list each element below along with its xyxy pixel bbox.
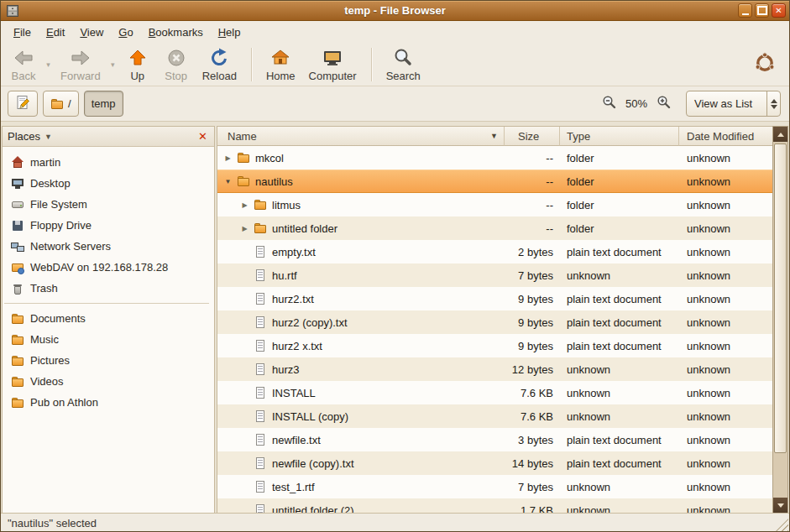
view-mode-label: View as List — [687, 91, 766, 116]
table-row[interactable]: hurz2.txt 9 bytes plain text document un… — [217, 287, 772, 310]
file-date-modified: unknown — [679, 199, 772, 211]
sidebar-place-item[interactable]: Videos — [3, 371, 214, 392]
sidebar-place-item[interactable]: Floppy Drive — [3, 215, 214, 236]
table-row[interactable]: newfile (copy).txt 14 bytes plain text d… — [217, 451, 772, 475]
back-history-dropdown-icon: ▾ — [43, 44, 54, 84]
toolbar-separator — [371, 48, 372, 81]
scrollbar-thumb[interactable] — [774, 143, 787, 453]
sidebar-place-item[interactable]: martin — [3, 152, 214, 173]
toggle-location-entry-button[interactable] — [8, 91, 38, 117]
place-label: Music — [30, 333, 59, 346]
place-label: Desktop — [30, 177, 71, 190]
place-label: Documents — [30, 312, 86, 325]
place-icon — [11, 312, 24, 326]
table-row[interactable]: test_1.rtf 7 bytes unknown unknown — [217, 475, 772, 498]
places-list: martin Desktop File System Flopp — [3, 147, 214, 413]
expander-icon[interactable] — [239, 201, 250, 209]
places-close-button[interactable]: ✕ — [196, 130, 209, 143]
sidebar-place-item[interactable]: Desktop — [3, 173, 214, 194]
sidebar-place-item[interactable]: Trash — [3, 278, 214, 299]
table-row[interactable]: hu.rtf 7 bytes unknown unknown — [217, 263, 772, 287]
file-icon — [254, 292, 267, 305]
places-selector[interactable]: Places ▼ — [8, 130, 196, 143]
search-button[interactable]: Search — [379, 45, 427, 84]
column-header-type[interactable]: Type — [560, 127, 679, 146]
file-type: unknown — [560, 504, 679, 514]
sidebar-place-item[interactable]: Pub on Athlon — [3, 392, 214, 413]
menu-file[interactable]: File — [6, 23, 39, 42]
table-row[interactable]: nautilus -- folder unknown — [217, 170, 772, 193]
menu-edit[interactable]: Edit — [39, 23, 72, 42]
file-date-modified: unknown — [679, 316, 772, 329]
vertical-scrollbar[interactable] — [772, 126, 788, 513]
table-row[interactable]: litmus -- folder unknown — [217, 193, 772, 216]
table-row[interactable]: INSTALL 7.6 KB unknown unknown — [217, 381, 772, 404]
file-icon — [237, 175, 250, 188]
up-arrow-icon — [127, 47, 149, 69]
close-button[interactable] — [772, 3, 786, 18]
file-type: plain text document — [560, 293, 679, 305]
menu-go[interactable]: Go — [111, 23, 140, 42]
column-header-name[interactable]: Name ▼ — [217, 127, 505, 146]
place-label: Floppy Drive — [30, 219, 92, 232]
path-button-root[interactable]: / — [43, 91, 79, 117]
computer-button[interactable]: Computer — [302, 45, 364, 84]
table-row[interactable]: empty.txt 2 bytes plain text document un… — [217, 240, 772, 263]
menu-help[interactable]: Help — [211, 23, 249, 42]
up-button[interactable]: Up — [118, 45, 157, 84]
sidebar-place-item[interactable]: Music — [3, 329, 214, 350]
file-size: -- — [505, 152, 560, 164]
reload-button[interactable]: Reload — [196, 45, 243, 84]
expander-icon[interactable] — [239, 225, 250, 232]
sidebar-place-item[interactable]: Documents — [3, 308, 214, 329]
scroll-down-button[interactable] — [773, 498, 787, 513]
file-date-modified: unknown — [679, 222, 772, 235]
zoom-out-button[interactable] — [600, 93, 618, 114]
table-row[interactable]: mkcol -- folder unknown — [217, 146, 772, 170]
scroll-up-button[interactable] — [773, 127, 787, 142]
file-date-modified: unknown — [679, 387, 772, 399]
places-label: Places — [8, 130, 40, 143]
minimize-button[interactable] — [738, 3, 752, 18]
sidebar-place-item[interactable]: Pictures — [3, 350, 214, 371]
place-icon — [11, 177, 24, 190]
table-row[interactable]: hurz2 x.txt 9 bytes plain text document … — [217, 334, 772, 357]
resize-grip[interactable] — [775, 519, 788, 532]
table-row[interactable]: INSTALL (copy) 7.6 KB unknown unknown — [217, 404, 772, 428]
home-button[interactable]: Home — [259, 45, 302, 84]
place-icon — [11, 240, 24, 253]
file-icon — [254, 245, 267, 258]
sidebar-place-item[interactable]: WebDAV on 192.168.178.28 — [3, 257, 214, 278]
places-header: Places ▼ ✕ — [3, 127, 214, 147]
table-row[interactable]: hurz2 (copy).txt 9 bytes plain text docu… — [217, 310, 772, 334]
combo-stepper-icon[interactable] — [766, 91, 780, 116]
file-type: folder — [560, 152, 679, 164]
path-button-temp[interactable]: temp — [84, 91, 123, 117]
maximize-button[interactable] — [755, 3, 769, 18]
menu-view[interactable]: View — [72, 23, 111, 42]
column-header-size[interactable]: Size — [505, 127, 560, 146]
toolbar-separator — [251, 48, 252, 81]
titlebar[interactable]: temp - File Browser — [1, 1, 789, 21]
expander-icon[interactable] — [222, 178, 233, 185]
file-name: INSTALL — [272, 387, 316, 399]
view-mode-select[interactable]: View as List — [686, 91, 781, 117]
menu-bookmarks[interactable]: Bookmarks — [141, 23, 211, 42]
sidebar-place-item[interactable]: Network Servers — [3, 236, 214, 257]
forward-arrow-icon — [70, 47, 92, 69]
table-row[interactable]: untitled folder (2) 1.7 KB unknown unkno… — [217, 498, 772, 513]
stop-icon — [165, 47, 187, 69]
root-path-label: / — [68, 97, 71, 110]
expander-icon[interactable] — [222, 154, 233, 162]
file-icon — [254, 362, 267, 376]
table-row[interactable]: untitled folder -- folder unknown — [217, 216, 772, 240]
column-header-date-modified[interactable]: Date Modified — [679, 127, 772, 146]
place-icon — [11, 282, 24, 295]
forward-button: Forward — [54, 45, 107, 84]
sidebar-place-item[interactable]: File System — [3, 194, 214, 215]
zoom-in-button[interactable] — [655, 93, 672, 114]
file-rows: mkcol -- folder unknown nautilus -- — [217, 146, 772, 513]
table-row[interactable]: hurz3 12 bytes unknown unknown — [217, 357, 772, 381]
scrollbar-track[interactable] — [773, 142, 787, 498]
table-row[interactable]: newfile.txt 3 bytes plain text document … — [217, 428, 772, 451]
